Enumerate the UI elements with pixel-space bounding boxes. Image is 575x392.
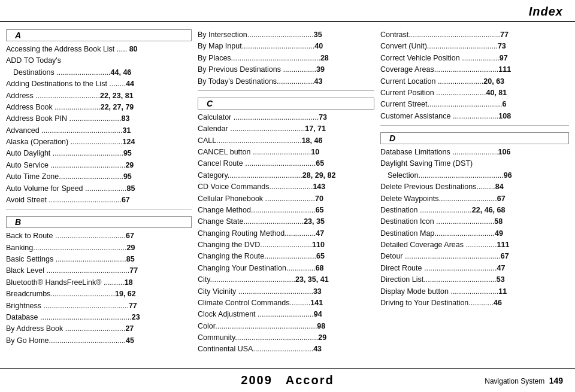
entry-call: CALL....................................… bbox=[198, 135, 374, 147]
entry-banking: Banking.................................… bbox=[6, 242, 192, 254]
entry-calendar: Calendar ...............................… bbox=[198, 123, 374, 135]
entry-changing-dvd: Changing the DVD........................… bbox=[198, 239, 374, 251]
entry-delete-prev-dest: Delete Previous Destinations.........84 bbox=[380, 181, 569, 193]
entry-by-intersection: By Intersection.........................… bbox=[198, 29, 374, 41]
page-footer: 2009 Accord Navigation System 149 bbox=[0, 368, 575, 392]
entry-changing-routing: Changing Routing Method...............47 bbox=[198, 228, 374, 239]
entry-adding-dest: Adding Destinations to the List ........… bbox=[6, 78, 192, 90]
entry-add-today: ADD TO Today's bbox=[6, 55, 192, 66]
entry-correct-vehicle: Correct Vehicle Position ...............… bbox=[380, 53, 569, 64]
entry-detailed-coverage: Detailed Coverage Areas ...............1… bbox=[380, 239, 569, 251]
entry-direct-route: Direct Route ...........................… bbox=[380, 263, 569, 274]
entry-cancel-button: CANCEL button ..........................… bbox=[198, 147, 374, 158]
section-c-entries: Calculator .............................… bbox=[198, 112, 374, 355]
footer-year-model: 2009 Accord bbox=[241, 373, 334, 387]
entry-by-go-home: By Go Home..............................… bbox=[6, 335, 192, 347]
entry-auto-volume: Auto Volume for Speed ..................… bbox=[6, 183, 192, 195]
entry-city: City....................................… bbox=[198, 274, 374, 285]
entry-customer-assist: Customer Assistance ....................… bbox=[380, 111, 569, 122]
entry-category: Category................................… bbox=[198, 170, 374, 181]
footer-nav-info: Navigation System 149 bbox=[485, 376, 563, 385]
entry-climate: Climate Control Commands..........141 bbox=[198, 297, 374, 309]
entry-change-state: Change State............................… bbox=[198, 216, 374, 227]
header-title: Index bbox=[529, 5, 563, 18]
entry-basic-settings: Basic Settings .........................… bbox=[6, 254, 192, 265]
entry-dst: Daylight Saving Time (DST) bbox=[380, 158, 569, 169]
section-d-entries: Database Limitations ...................… bbox=[380, 147, 569, 309]
entry-dst-selection: Selection...............................… bbox=[380, 170, 569, 181]
section-b-entries: Back to Route ..........................… bbox=[6, 230, 192, 347]
column-middle: By Intersection.........................… bbox=[198, 26, 374, 359]
entry-by-places: By Places...............................… bbox=[198, 53, 374, 64]
entry-contrast: Contrast................................… bbox=[380, 29, 569, 41]
entry-cd-voice: CD Voice Commands.....................14… bbox=[198, 181, 374, 193]
entry-by-address-book: By Address Book ........................… bbox=[6, 323, 192, 335]
entry-brightness: Brightness .............................… bbox=[6, 300, 192, 312]
section-header-b: B bbox=[6, 216, 192, 228]
entry-color: Color...................................… bbox=[198, 321, 374, 332]
entry-breadcrumbs: Breadcrumbs.............................… bbox=[6, 288, 192, 300]
entry-back-to-route: Back to Route ..........................… bbox=[6, 230, 192, 242]
entry-bluetooth: Bluetooth® HandsFreeLink® ..........18 bbox=[6, 277, 192, 288]
section-b-cont: By Intersection.........................… bbox=[198, 29, 374, 87]
entry-convert: Convert (Unit)..........................… bbox=[380, 41, 569, 52]
page-header: Index bbox=[0, 0, 575, 22]
entry-by-today-dest: By Today's Destinations.................… bbox=[198, 76, 374, 87]
footer-nav-label: Navigation System bbox=[485, 377, 544, 385]
entry-changing-route: Changing the Route......................… bbox=[198, 251, 374, 262]
section-c-cont: Contrast................................… bbox=[380, 29, 569, 122]
entry-by-address: Database ...............................… bbox=[6, 312, 192, 323]
entry-city-vicinity: City Vicinity ..........................… bbox=[198, 286, 374, 297]
entry-current-position: Current Position .......................… bbox=[380, 87, 569, 99]
footer-page-number: 149 bbox=[549, 376, 563, 385]
entry-direction-list: Direction List..........................… bbox=[380, 274, 569, 285]
entry-address: Address ...............................2… bbox=[6, 90, 192, 102]
column-left: A Accessing the Address Book List ..... … bbox=[6, 26, 192, 359]
entry-calculator: Calculator .............................… bbox=[198, 112, 374, 123]
entry-auto-time-zone: Auto Time Zone..........................… bbox=[6, 171, 192, 183]
entry-clock: Clock Adjustment .......................… bbox=[198, 309, 374, 320]
entry-dest-map: Destination Map.........................… bbox=[380, 228, 569, 239]
entry-address-book-pin: Address Book PIN .......................… bbox=[6, 113, 192, 124]
entry-address-book: Address Book ......................22, 2… bbox=[6, 102, 192, 113]
entry-auto-service: Auto Service ...........................… bbox=[6, 160, 192, 171]
section-a-entries: Accessing the Address Book List ..... 80… bbox=[6, 44, 192, 206]
entry-by-prev-dest: By Previous Destinations ...............… bbox=[198, 64, 374, 75]
entry-dest-icon: Destination Icon .......................… bbox=[380, 216, 569, 227]
entry-database-limit: Database Limitations ...................… bbox=[380, 147, 569, 158]
section-header-c: C bbox=[198, 98, 374, 110]
entry-current-street: Current Street..........................… bbox=[380, 99, 569, 110]
entry-auto-daylight: Auto Daylight ..........................… bbox=[6, 148, 192, 159]
section-header-d: D bbox=[380, 132, 569, 144]
entry-cancel-route: Cancel Route ...........................… bbox=[198, 158, 374, 169]
entry-advanced: Advanced ...............................… bbox=[6, 125, 192, 136]
entry-cellular: Cellular Phonebook .....................… bbox=[198, 193, 374, 205]
entry-destination: Destination .........................22,… bbox=[380, 205, 569, 216]
entry-avoid-street: Avoid Street ...........................… bbox=[6, 195, 192, 206]
entry-changing-dest: Changing Your Destination..............6… bbox=[198, 263, 374, 274]
entry-black-level: Black Level ............................… bbox=[6, 265, 192, 276]
entry-continental: Continental USA.........................… bbox=[198, 344, 374, 355]
entry-accessing: Accessing the Address Book List ..... 80 bbox=[6, 44, 192, 55]
column-right: Contrast................................… bbox=[380, 26, 569, 359]
section-header-a: A bbox=[6, 29, 192, 41]
main-content: A Accessing the Address Book List ..... … bbox=[0, 22, 575, 364]
entry-delete-waypoints: Delete Waypoints........................… bbox=[380, 193, 569, 205]
entry-by-map-input: By Map Input............................… bbox=[198, 41, 374, 52]
footer-year: 2009 bbox=[241, 373, 273, 387]
entry-detour: Detour .................................… bbox=[380, 251, 569, 262]
entry-display-mode: Display Mode button ....................… bbox=[380, 286, 569, 297]
entry-community: Community...............................… bbox=[198, 332, 374, 344]
entry-driving: Driving to Your Destination............4… bbox=[380, 297, 569, 309]
entry-alaska: Alaska (Operation) .....................… bbox=[6, 136, 192, 148]
entry-change-method: Change Method...........................… bbox=[198, 205, 374, 216]
entry-coverage-areas: Coverage Areas..........................… bbox=[380, 64, 569, 75]
entry-current-location: Current Location ......................2… bbox=[380, 76, 569, 87]
footer-model: Accord bbox=[286, 373, 334, 387]
entry-destinations: Destinations ..........................4… bbox=[6, 67, 192, 78]
